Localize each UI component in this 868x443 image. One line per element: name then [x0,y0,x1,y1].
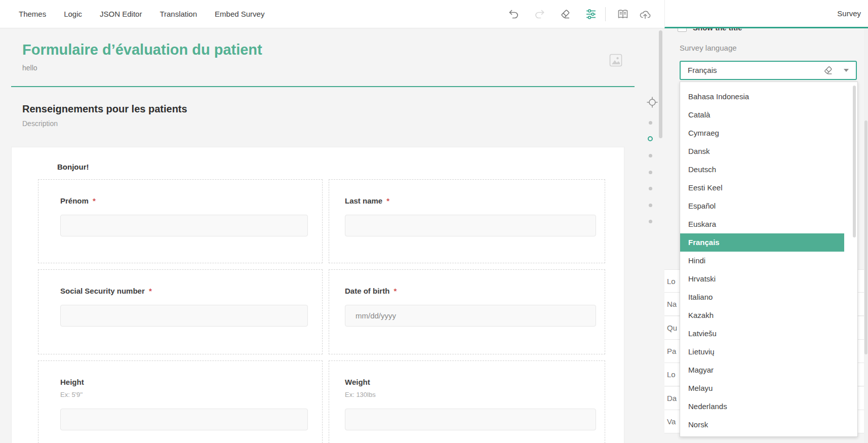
required-mark: * [391,287,397,295]
logo-placeholder-icon[interactable] [609,54,622,67]
panel-card[interactable]: Bonjour! Prénom *Last name *Social Secur… [11,147,624,443]
navigator-dot-2[interactable] [648,136,653,141]
eraser-icon[interactable] [559,8,571,20]
language-option-dansk[interactable]: Dansk [680,142,844,160]
question-label: Weight [345,378,370,386]
panel-title[interactable]: Bonjour! [57,163,89,171]
language-option-cymraeg[interactable]: Cymraeg [680,124,844,142]
language-option-norsk[interactable]: Norsk [680,416,844,434]
show-title-label: Show the title [693,28,742,32]
clear-value-eraser-icon[interactable] [822,65,834,76]
question-last-name[interactable]: Last name * [329,179,605,263]
language-option-italiano[interactable]: Italiano [680,288,844,306]
question-input-height[interactable] [60,409,308,430]
question-input-weight[interactable] [345,409,596,430]
design-surface: Formulaire d’évaluation du patient hello… [0,28,664,443]
language-option-latvie-u[interactable]: Latviešu [680,325,844,343]
required-mark: * [384,196,389,205]
language-dropdown-popup: Bahasa IndonesiaCatalàCymraegDanskDeutsc… [680,82,858,437]
question-label: Prénom * [60,196,96,205]
panel-scrollbar-track[interactable] [864,28,868,443]
show-title-row-clipped: Show the title [664,28,868,34]
survey-description[interactable]: hello [22,64,37,72]
language-option-euskara[interactable]: Euskara [680,215,844,233]
main-toolbar: ThemesLogicJSON EditorTranslationEmbed S… [0,0,664,28]
language-option-eesti-keel[interactable]: Eesti Keel [680,179,844,197]
survey-language-dropdown[interactable]: Français [680,61,857,80]
language-option-melayu[interactable]: Melayu [680,379,844,397]
question-description: Ex: 5'9'' [60,391,83,398]
property-panel: LoNaQuPaLoDaVa Show the title Survey lan… [664,28,868,443]
tab-logic[interactable]: Logic [64,10,82,18]
navigator-dot-1[interactable] [649,121,652,125]
question-input-last-name[interactable] [345,215,596,236]
book-icon[interactable] [617,8,629,20]
show-title-checkbox[interactable] [678,28,687,32]
tab-json-editor[interactable]: JSON Editor [100,10,142,18]
language-option-bahasa-indonesia[interactable]: Bahasa Indonesia [680,88,844,106]
survey-language-value: Français [688,62,717,79]
toolbar-tabs: ThemesLogicJSON EditorTranslationEmbed S… [19,0,264,28]
sidebar-header: Survey [664,0,868,28]
question-label: Date of birth * [345,287,397,295]
question-label: Social Security number * [60,287,152,295]
survey-title-underline [11,86,635,87]
survey-creator-app: ThemesLogicJSON EditorTranslationEmbed S… [0,0,868,443]
question-input-date-of-birth[interactable]: mm/dd/yyyy [345,305,596,327]
tab-translation[interactable]: Translation [160,10,197,18]
cloud-upload-icon[interactable] [639,8,651,20]
tab-themes[interactable]: Themes [19,10,46,18]
question-label: Height [60,378,84,386]
page-description[interactable]: Description [22,119,58,128]
question-label: Last name * [345,196,389,205]
toolbar-divider [605,7,606,21]
panel-scrollbar-thumb[interactable] [864,120,867,354]
question-description: Ex: 130lbs [345,391,376,398]
chevron-down-icon[interactable] [844,69,849,72]
language-option-espa-ol[interactable]: Español [680,197,844,215]
question-pr-nom[interactable]: Prénom * [38,179,323,263]
page-title[interactable]: Renseignements pour les patients [22,103,187,115]
language-option-deutsch[interactable]: Deutsch [680,160,844,179]
question-height[interactable]: HeightEx: 5'9'' [38,360,323,443]
language-option-lietuvi[interactable]: Lietuvių [680,343,844,361]
question-social-security-number[interactable]: Social Security number * [38,269,323,354]
language-option-catal[interactable]: Català [680,106,844,124]
question-input-pr-nom[interactable] [60,215,308,236]
survey-language-label: Survey language [680,44,737,52]
required-mark: * [147,287,152,295]
question-weight[interactable]: WeightEx: 130lbs [329,360,605,443]
language-option-hrvatski[interactable]: Hrvatski [680,270,844,288]
required-mark: * [91,196,96,205]
question-date-of-birth[interactable]: Date of birth *mm/dd/yyyy [329,269,605,354]
main-scrollbar[interactable] [659,30,662,138]
page-navigator-icon[interactable] [647,97,658,108]
undo-icon[interactable] [508,8,520,20]
popup-scrollbar[interactable] [853,86,856,237]
navigator-dot-6[interactable] [649,204,652,207]
language-option-kazakh[interactable]: Kazakh [680,306,844,325]
language-option-hindi[interactable]: Hindi [680,252,844,270]
settings-sliders-icon[interactable] [585,8,597,20]
language-option-nederlands[interactable]: Nederlands [680,397,844,416]
tab-survey[interactable]: Survey [837,9,861,18]
navigator-dot-7[interactable] [649,220,652,223]
navigator-dot-4[interactable] [649,171,652,174]
navigator-dot-3[interactable] [649,154,652,157]
tab-embed-survey[interactable]: Embed Survey [215,10,264,18]
navigator-dot-5[interactable] [649,187,652,190]
language-option-fran-ais[interactable]: Français [680,233,844,252]
survey-title[interactable]: Formulaire d’évaluation du patient [22,42,262,58]
redo-icon[interactable] [533,8,545,20]
language-option-list: Bahasa IndonesiaCatalàCymraegDanskDeutsc… [680,88,857,434]
question-input-social-security-number[interactable] [60,305,308,327]
language-option-magyar[interactable]: Magyar [680,361,844,379]
